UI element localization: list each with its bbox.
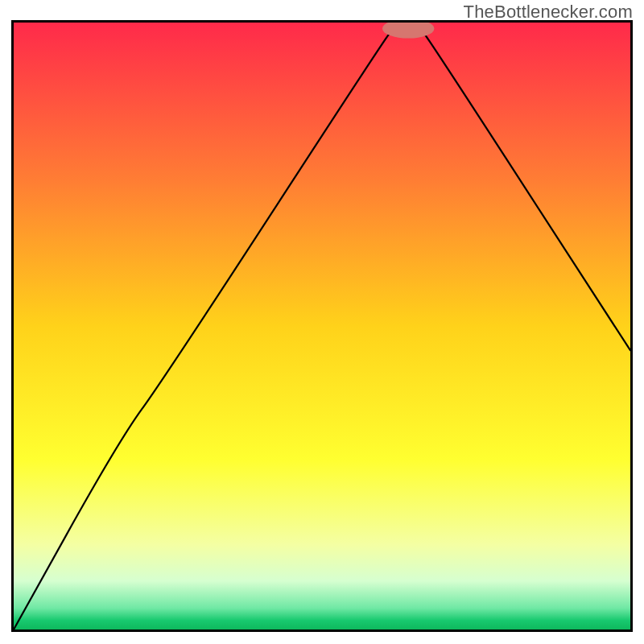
- bottleneck-plot: [11, 20, 633, 632]
- plot-svg: [11, 20, 633, 632]
- chart-container: TheBottlenecker.com: [0, 0, 644, 644]
- gradient-background: [14, 23, 630, 630]
